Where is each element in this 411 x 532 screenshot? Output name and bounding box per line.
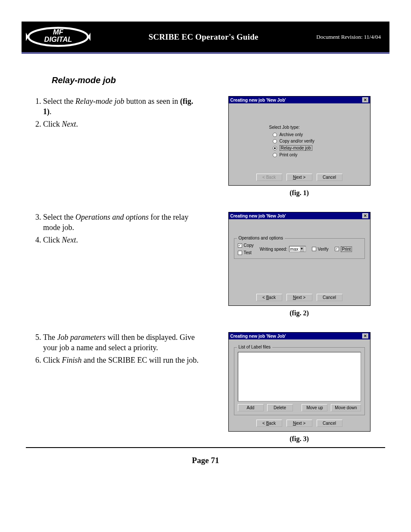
checkbox-test[interactable]: Test: [238, 250, 254, 255]
svg-text:MF: MF: [53, 28, 64, 36]
header-title: SCRIBE EC Operator's Guide: [90, 32, 316, 42]
dialog-titlebar: Creating new job 'New Job' ✕: [229, 212, 370, 219]
writing-speed-select[interactable]: max ▼: [289, 246, 306, 252]
svg-marker-1: [26, 33, 28, 41]
figure-1-column: Creating new job 'New Job' ✕ Select Job …: [213, 96, 385, 197]
chevron-down-icon: ▼: [299, 246, 305, 252]
cancel-button[interactable]: Cancel: [317, 294, 342, 301]
dialog-title-text: Creating new job 'New Job': [230, 98, 286, 103]
mf-digital-logo-icon: MF DIGITAL: [26, 25, 90, 49]
step-4: Click Next.: [43, 235, 200, 245]
checkbox-icon: [335, 247, 339, 251]
radio-relay-mode[interactable]: Relay-mode job: [273, 145, 330, 151]
radio-icon: [273, 139, 277, 143]
step-3: Select the Operations and options for th…: [43, 212, 200, 233]
checkbox-icon: [312, 247, 316, 251]
row-fig1: Select the Relay-mode job button as seen…: [26, 96, 385, 197]
back-button: < Back: [256, 174, 282, 181]
back-button[interactable]: < Back: [256, 420, 282, 427]
row-fig2: Select the Operations and options for th…: [26, 212, 385, 317]
dialog-fig1: Creating new job 'New Job' ✕ Select Job …: [228, 96, 371, 186]
move-down-button[interactable]: Move down: [331, 404, 361, 411]
checkbox-icon: [238, 251, 242, 255]
header-revision: Document Revision: 11/4/04: [316, 34, 381, 40]
page-number: Page 71: [26, 456, 385, 465]
step-6: Click Finish and the SCRIBE EC will run …: [43, 355, 200, 365]
radio-archive-only[interactable]: Archive only: [273, 132, 330, 137]
cancel-button[interactable]: Cancel: [317, 420, 342, 427]
row-fig3: The Job parameters will then be displaye…: [26, 332, 385, 443]
instructions-block-1: Select the Relay-mode job button as seen…: [26, 96, 200, 131]
dialog-fig2: Creating new job 'New Job' ✕ Operations …: [228, 212, 371, 306]
close-icon[interactable]: ✕: [362, 97, 368, 103]
close-icon[interactable]: ✕: [362, 213, 368, 218]
dialog-fig3: Creating new job 'New Job' ✕ List of Lab…: [228, 332, 371, 432]
label-files-groupbox: List of Label files Add Delete Move up M…: [234, 347, 365, 415]
radio-icon: [273, 146, 277, 150]
writing-speed-label: Writing speed:: [260, 247, 287, 252]
step-2: Click Next.: [43, 119, 200, 129]
dialog-title-text: Creating new job 'New Job': [230, 334, 286, 339]
operations-groupbox: Operations and options Copy T: [234, 238, 365, 259]
revision-date: 11/4/04: [364, 34, 381, 40]
logo: MF DIGITAL: [26, 25, 90, 49]
step-1: Select the Relay-mode job button as seen…: [43, 96, 200, 117]
fig2-caption: (fig. 2): [290, 309, 308, 317]
groupbox-title: List of Label files: [237, 345, 273, 349]
revision-label: Document Revision:: [316, 34, 364, 40]
checkbox-icon: [238, 243, 242, 248]
add-button[interactable]: Add: [238, 404, 264, 411]
header-bar: MF DIGITAL SCRIBE EC Operator's Guide Do…: [22, 22, 389, 54]
instructions-block-2: Select the Operations and options for th…: [26, 212, 200, 247]
next-button[interactable]: Next >: [286, 420, 312, 427]
dialog-titlebar: Creating new job 'New Job' ✕: [229, 96, 370, 103]
checkbox-print[interactable]: Print: [335, 246, 352, 252]
delete-button[interactable]: Delete: [267, 404, 293, 411]
figure-2-column: Creating new job 'New Job' ✕ Operations …: [213, 212, 385, 317]
figure-3-column: Creating new job 'New Job' ✕ List of Lab…: [213, 332, 385, 443]
fig3-caption: (fig. 3): [290, 435, 308, 443]
checkbox-copy[interactable]: Copy: [238, 243, 254, 248]
radio-print-only[interactable]: Print only: [273, 152, 330, 157]
select-job-type-label: Select Job type:: [269, 125, 330, 130]
fig1-caption: (fig. 1): [290, 189, 308, 197]
footer-rule: [26, 447, 385, 448]
label-files-listbox[interactable]: [238, 352, 361, 401]
section-title: Relay-mode job: [52, 75, 385, 85]
svg-text:DIGITAL: DIGITAL: [44, 35, 72, 43]
next-button[interactable]: Next >: [286, 294, 312, 301]
instructions-block-3: The Job parameters will then be displaye…: [26, 332, 200, 367]
radio-icon: [273, 133, 277, 137]
cancel-button[interactable]: Cancel: [317, 174, 342, 181]
groupbox-title: Operations and options: [237, 236, 285, 240]
move-up-button[interactable]: Move up: [302, 404, 327, 411]
step-5: The Job parameters will then be displaye…: [43, 332, 200, 353]
next-button[interactable]: Next >: [286, 174, 312, 181]
back-button[interactable]: < Back: [256, 294, 282, 301]
dialog-titlebar: Creating new job 'New Job' ✕: [229, 333, 370, 339]
dialog-title-text: Creating new job 'New Job': [230, 214, 286, 218]
radio-copy-verify[interactable]: Copy and/or verify: [273, 139, 330, 143]
checkbox-verify[interactable]: Verify: [312, 247, 329, 252]
radio-icon: [273, 153, 277, 157]
close-icon[interactable]: ✕: [362, 333, 368, 339]
writing-speed-row: Writing speed: max ▼: [260, 246, 306, 252]
